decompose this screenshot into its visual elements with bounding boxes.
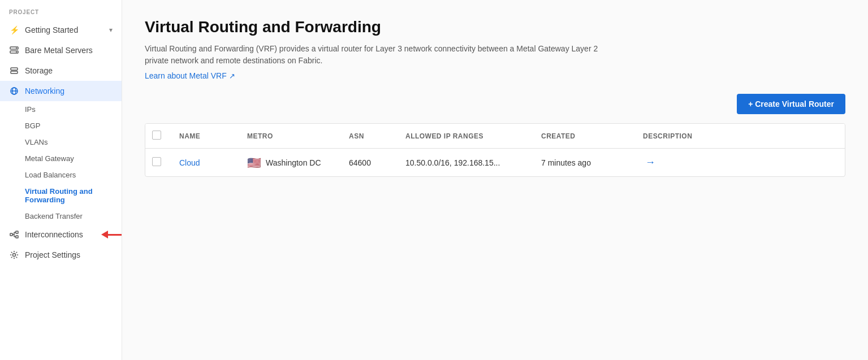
row-ip-ranges-cell: 10.50.0.0/16, 192.168.15... <box>396 149 532 177</box>
interconnections-label: Interconnections <box>25 230 113 239</box>
svg-point-3 <box>16 51 17 53</box>
vlans-label: VLANs <box>25 138 47 146</box>
row-created-cell: 7 minutes ago <box>532 149 634 177</box>
th-created: Created <box>532 124 634 149</box>
networking-label: Networking <box>25 86 113 96</box>
page-title: Virtual Routing and Forwarding <box>145 18 845 36</box>
ips-label: IPs <box>25 105 36 114</box>
sidebar-section-label: PROJECT <box>0 9 122 20</box>
sidebar-sub-item-metal-gateway[interactable]: Metal Gateway <box>0 150 122 167</box>
row-checkbox-cell <box>145 149 170 177</box>
svg-rect-10 <box>16 231 18 233</box>
interconnect-icon <box>9 229 19 240</box>
getting-started-icon: ⚡ <box>9 25 19 35</box>
row-description-cell: → <box>634 149 845 177</box>
load-balancers-label: Load Balancers <box>25 171 76 179</box>
settings-icon <box>9 250 19 260</box>
getting-started-label: Getting Started <box>25 25 103 34</box>
vrf-label: Virtual Routing and Forwarding <box>25 187 113 204</box>
th-checkbox <box>145 124 170 149</box>
sidebar-sub-item-ips[interactable]: IPs <box>0 101 122 118</box>
sidebar-item-interconnections[interactable]: Interconnections <box>0 224 122 245</box>
sidebar-sub-item-load-balancers[interactable]: Load Balancers <box>0 167 122 183</box>
backend-transfer-label: Backend Transfer <box>25 212 83 220</box>
storage-icon <box>9 66 19 76</box>
learn-link[interactable]: Learn about Metal VRF ↗ <box>145 71 235 80</box>
main-content: Virtual Routing and Forwarding Virtual R… <box>122 0 868 360</box>
sidebar-item-getting-started[interactable]: ⚡ Getting Started ▾ <box>0 20 122 40</box>
chevron-down-icon: ▾ <box>109 26 113 34</box>
sidebar-sub-item-vlans[interactable]: VLANs <box>0 134 122 150</box>
select-all-checkbox[interactable] <box>152 131 161 140</box>
sidebar: PROJECT ⚡ Getting Started ▾ Bare Metal S… <box>0 0 122 360</box>
sidebar-item-bare-metal[interactable]: Bare Metal Servers <box>0 40 122 60</box>
svg-rect-11 <box>16 236 18 238</box>
sidebar-sub-item-bgp[interactable]: BGP <box>0 118 122 134</box>
external-link-icon: ↗ <box>229 72 235 80</box>
metro-name: Washington DC <box>266 158 321 167</box>
row-navigate-button[interactable]: → <box>643 157 658 168</box>
page-description: Virtual Routing and Forwarding (VRF) pro… <box>145 43 608 67</box>
svg-point-16 <box>13 254 16 257</box>
sidebar-sub-item-backend-transfer[interactable]: Backend Transfer <box>0 208 122 224</box>
row-name-link[interactable]: Cloud <box>179 158 200 167</box>
bare-metal-label: Bare Metal Servers <box>25 46 113 55</box>
row-metro-cell: 🇺🇸 Washington DC <box>238 149 340 177</box>
bgp-label: BGP <box>25 122 40 130</box>
sidebar-item-networking[interactable]: Networking <box>0 81 122 101</box>
learn-link-text: Learn about Metal VRF <box>145 71 227 80</box>
network-icon <box>9 86 19 96</box>
sidebar-item-project-settings[interactable]: Project Settings <box>0 245 122 265</box>
svg-rect-9 <box>10 233 12 236</box>
th-metro: Metro <box>238 124 340 149</box>
metal-gateway-label: Metal Gateway <box>25 154 74 163</box>
table-row: Cloud 🇺🇸 Washington DC 64600 10.50.0.0/1… <box>145 149 845 177</box>
svg-rect-4 <box>11 68 18 70</box>
vrf-table: Name Metro ASN Allowed IP Ranges Created <box>145 123 845 177</box>
row-asn-cell: 64600 <box>340 149 396 177</box>
th-description: Description <box>634 124 845 149</box>
svg-point-2 <box>16 47 17 49</box>
th-name: Name <box>170 124 238 149</box>
sidebar-sub-item-vrf[interactable]: Virtual Routing and Forwarding <box>0 183 122 208</box>
storage-label: Storage <box>25 66 113 75</box>
create-virtual-router-button[interactable]: + Create Virtual Router <box>737 94 845 114</box>
th-asn: ASN <box>340 124 396 149</box>
svg-rect-5 <box>11 71 18 73</box>
row-name-cell: Cloud <box>170 149 238 177</box>
server-icon <box>9 45 19 55</box>
toolbar-row: + Create Virtual Router <box>145 94 845 114</box>
table-header-row: Name Metro ASN Allowed IP Ranges Created <box>145 124 845 149</box>
row-checkbox[interactable] <box>152 157 161 166</box>
sidebar-item-storage[interactable]: Storage <box>0 60 122 81</box>
metro-flag: 🇺🇸 <box>247 157 261 168</box>
th-ip-ranges: Allowed IP Ranges <box>396 124 532 149</box>
project-settings-label: Project Settings <box>25 250 113 259</box>
